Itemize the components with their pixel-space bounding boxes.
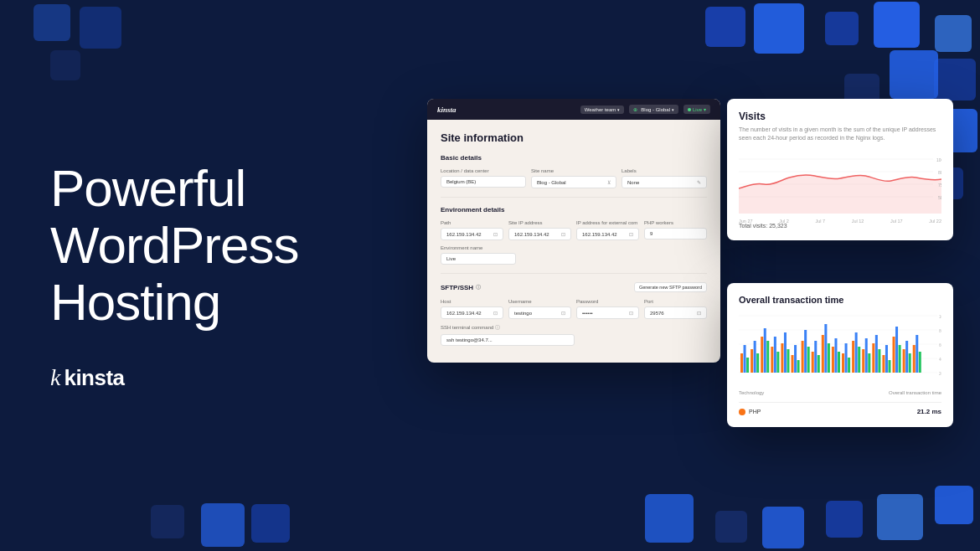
host-copy-icon: ⊡ <box>493 310 498 316</box>
location-label: Location / data center <box>441 168 526 173</box>
svg-rect-43 <box>824 324 827 373</box>
svg-text:80: 80 <box>938 170 941 175</box>
site-ip-input[interactable]: 162.159.134.42 ⊡ <box>508 228 571 240</box>
panel-logo: kinsta <box>437 106 456 114</box>
svg-rect-21 <box>750 349 753 373</box>
external-ip-field: IP address for external com 162.159.134.… <box>576 220 639 240</box>
svg-rect-31 <box>784 332 787 373</box>
env-name-label: Environment name <box>441 245 516 250</box>
headline: Powerful WordPress Hosting <box>50 160 402 332</box>
sftp-header: SFTP/SSH ⓘ Generate new SFTP password <box>441 282 707 292</box>
ssh-input[interactable]: ssh testingo@34.7... <box>441 334 575 346</box>
ssh-label: SSH terminal command ⓘ <box>441 324 575 332</box>
svg-rect-69 <box>913 345 916 373</box>
path-input[interactable]: 162.159.134.42 ⊡ <box>441 228 503 240</box>
svg-rect-71 <box>919 352 921 373</box>
port-input[interactable]: 29576 ⊡ <box>644 306 707 319</box>
divider-1 <box>441 197 707 198</box>
transaction-footer: Technology Overall transaction time <box>739 390 941 395</box>
site-ip-copy-icon: ⊡ <box>561 231 565 237</box>
panel-header: kinsta Weather team ▾ ⊕ Blog - Global ▾ … <box>427 99 720 120</box>
svg-rect-67 <box>905 341 908 373</box>
svg-rect-68 <box>909 353 911 373</box>
svg-rect-28 <box>774 337 776 373</box>
path-field: Path 162.159.134.42 ⊡ <box>441 220 503 240</box>
visits-title: Visits <box>739 111 941 122</box>
chart-x-labels: Jun 27 Jul 2 Jul 7 Jul 12 Jul 17 Jul 22 <box>739 219 941 224</box>
php-badge: PHP <box>739 409 761 415</box>
password-field: Password •••••• ⊡ <box>576 299 639 319</box>
labels-input[interactable]: None ✎ <box>622 176 707 188</box>
site-name-label: Site name <box>531 168 616 173</box>
site-ip-label: Site IP address <box>508 220 571 225</box>
svg-rect-23 <box>756 353 759 373</box>
username-input[interactable]: testingo ⊡ <box>508 306 571 319</box>
svg-rect-52 <box>855 332 858 373</box>
site-name-input[interactable]: Blog - Global ⊻ <box>531 176 616 188</box>
svg-rect-46 <box>834 338 837 373</box>
ssh-row: SSH terminal command ⓘ ssh testingo@34.7… <box>441 324 707 346</box>
transaction-title: Overall transaction time <box>739 295 941 305</box>
host-input[interactable]: 162.159.134.42 ⊡ <box>441 306 503 319</box>
php-row: PHP 21.2 ms <box>739 402 941 415</box>
svg-rect-56 <box>868 353 870 373</box>
host-field: Host 162.159.134.42 ⊡ <box>441 299 503 319</box>
location-field: Location / data center Belgium (BE) <box>441 168 526 188</box>
left-content-panel: Powerful WordPress Hosting k kinsta <box>50 0 402 551</box>
svg-rect-24 <box>761 337 763 373</box>
labels-label: Labels <box>622 168 707 173</box>
ssh-info-icon: ⓘ <box>495 325 500 330</box>
port-label: Port <box>644 299 707 304</box>
svg-rect-63 <box>893 337 895 373</box>
env-name-input[interactable]: Live <box>441 253 516 265</box>
external-ip-input[interactable]: 162.159.134.42 ⊡ <box>576 228 639 240</box>
svg-text:60 ms: 60 ms <box>939 343 941 348</box>
path-label: Path <box>441 220 503 225</box>
copy-icon: ⊻ <box>607 179 611 185</box>
php-value: 21.2 ms <box>917 408 941 415</box>
password-copy-icon: ⊡ <box>629 310 633 316</box>
live-dot <box>688 108 691 111</box>
username-label: Username <box>508 299 571 304</box>
svg-rect-66 <box>903 349 905 373</box>
svg-rect-20 <box>746 358 749 373</box>
nav-blog: ⊕ Blog - Global ▾ <box>629 105 678 114</box>
svg-text:40 ms: 40 ms <box>939 358 941 362</box>
site-ip-field: Site IP address 162.159.134.42 ⊡ <box>508 220 571 240</box>
info-icon: ⓘ <box>476 284 481 291</box>
svg-rect-34 <box>794 345 797 373</box>
svg-rect-27 <box>771 347 773 373</box>
svg-rect-19 <box>744 345 746 373</box>
php-dot <box>739 409 745 415</box>
labels-field: Labels None ✎ <box>622 168 707 188</box>
ssh-field: SSH terminal command ⓘ ssh testingo@34.7… <box>441 324 575 346</box>
divider-2 <box>441 273 707 274</box>
svg-rect-39 <box>812 352 814 373</box>
svg-rect-33 <box>792 355 794 373</box>
php-workers-label: PHP workers <box>644 220 707 225</box>
basic-details-row: Location / data center Belgium (BE) Site… <box>441 168 707 188</box>
password-input[interactable]: •••••• ⊡ <box>576 306 639 319</box>
svg-rect-57 <box>872 343 874 373</box>
generate-sftp-button[interactable]: Generate new SFTP password <box>634 282 707 292</box>
path-copy-icon: ⊡ <box>493 231 498 237</box>
svg-rect-45 <box>832 347 834 373</box>
php-workers-field: PHP workers 9 <box>644 220 707 240</box>
svg-text:100: 100 <box>936 157 941 162</box>
panel-body: Site information Basic details Location … <box>427 120 720 363</box>
svg-rect-25 <box>764 328 766 373</box>
env-details-title: Environment details <box>441 206 707 214</box>
svg-rect-38 <box>807 347 810 373</box>
visits-panel: Visits The number of visits in a given m… <box>727 99 953 240</box>
env-details-row1: Path 162.159.134.42 ⊡ Site IP address 16… <box>441 220 707 240</box>
location-input[interactable]: Belgium (BE) <box>441 176 526 188</box>
sftp-fields-row: Host 162.159.134.42 ⊡ Username testingo … <box>441 299 707 319</box>
svg-text:50: 50 <box>938 195 941 200</box>
svg-text:100 ms: 100 ms <box>939 315 941 319</box>
page-title: Site information <box>441 131 707 144</box>
site-name-field: Site name Blog - Global ⊻ <box>531 168 616 188</box>
transaction-panel: Overall transaction time 100 ms 80 ms 60… <box>727 283 953 427</box>
port-copy-icon: ⊡ <box>697 310 701 316</box>
live-badge: Live ▾ <box>683 105 710 114</box>
php-workers-input[interactable]: 9 <box>644 228 707 239</box>
